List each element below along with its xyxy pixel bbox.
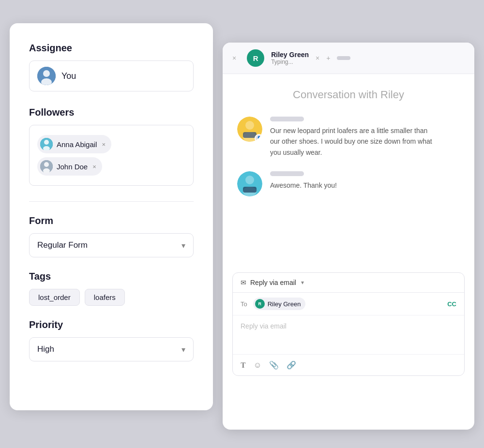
priority-chevron-icon: ▾ [182,345,185,354]
add-tab-button[interactable]: + [326,54,330,62]
svg-point-7 [44,162,49,167]
cc-button[interactable]: CC [447,300,456,308]
riley-avatar: R [247,49,264,67]
john-name: John Doe [57,163,88,171]
form-dropdown[interactable]: Regular Form ▾ [29,233,194,257]
sender2-avatar [237,171,262,196]
name-placeholder-1 [270,117,304,121]
chat-header-actions: × + [316,54,350,62]
anna-avatar [40,138,53,150]
john-avatar [40,160,53,173]
form-section: Form Regular Form ▾ [29,215,194,257]
anna-name: Anna Abigail [57,140,97,149]
reply-toolbar: 𝐓 ☺ 📎 🔗 [233,354,464,375]
svg-point-10 [245,121,254,130]
tags-label: Tags [29,271,194,282]
emoji-icon[interactable]: ☺ [254,361,261,370]
assignee-section: Assignee You [29,43,194,91]
to-label: To [241,300,247,308]
divider [29,201,194,202]
sender1-avatar: 👤 [237,117,262,142]
text-format-icon[interactable]: 𝐓 [241,361,246,370]
tag-lost-order[interactable]: lost_order [29,289,80,306]
email-icon: ✉ [241,279,246,286]
form-chevron-icon: ▾ [182,241,185,250]
reply-via-email-label: Reply via email [250,279,296,286]
name-placeholder-2 [270,171,304,176]
followers-label: Followers [29,107,194,118]
riley-recipient-tag[interactable]: R Riley Green [253,298,306,310]
reply-header: ✉ Reply via email ▾ [233,273,464,293]
right-panel: × R Riley Green Typing... × + Conversati… [223,43,474,430]
attachment-icon[interactable]: 📎 [269,360,279,370]
msg-content-1: Our new leopard print loafers are a litt… [270,117,460,158]
minimize-button[interactable] [337,56,350,60]
avatar [37,67,56,85]
conversation-title: Conversation with Riley [237,89,460,101]
chat-header-info: Riley Green Typing... [271,51,309,65]
form-label: Form [29,215,194,226]
contact-name: Riley Green [271,51,309,59]
close-tab-button[interactable]: × [232,54,236,62]
tags-section: Tags lost_order loafers [29,271,194,306]
form-value: Regular Form [37,240,88,250]
chat-header: × R Riley Green Typing... × + [223,43,474,74]
assignee-name: You [61,71,76,81]
priority-section: Priority High ▾ [29,319,194,361]
remove-anna-button[interactable]: × [102,141,106,148]
reply-chevron-icon[interactable]: ▾ [301,279,304,286]
assignee-box[interactable]: You [29,60,194,91]
msg-text-2: Awesome. Thank you! [270,180,435,191]
reply-input[interactable]: Reply via email [233,315,464,354]
svg-point-1 [43,70,50,77]
tags-container: lost_order loafers [29,289,194,306]
typing-status: Typing... [271,59,309,65]
close-chat-button[interactable]: × [316,54,319,62]
followers-box: Anna Abigail × John Doe × [29,125,194,186]
link-icon[interactable]: 🔗 [287,360,296,370]
reply-to-row: To R Riley Green CC [233,293,464,315]
svg-point-4 [44,140,49,145]
message-row-1: 👤 Our new leopard print loafers are a li… [237,117,460,158]
left-panel: Assignee You Followers [10,23,213,410]
priority-dropdown[interactable]: High ▾ [29,337,194,361]
follower-john: John Doe × [37,157,102,176]
message-row-2: Awesome. Thank you! [237,171,460,196]
reply-placeholder: Reply via email [241,322,287,330]
msg-text-1: Our new leopard print loafers are a litt… [270,125,435,158]
priority-label: Priority [29,319,194,330]
assignee-label: Assignee [29,43,194,54]
chat-body: Conversation with Riley 👤 Our new leopa [223,74,474,268]
riley-tag-avatar: R [255,299,265,309]
tag-loafers[interactable]: loafers [85,289,125,306]
reply-box: ✉ Reply via email ▾ To R Riley Green CC … [232,272,465,376]
agent-badge: 👤 [255,134,262,142]
followers-section: Followers Anna Abigail × [29,107,194,186]
follower-anna: Anna Abigail × [37,135,111,153]
remove-john-button[interactable]: × [92,163,96,170]
priority-value: High [37,344,54,354]
svg-point-14 [245,176,254,184]
svg-rect-16 [243,187,257,193]
msg-content-2: Awesome. Thank you! [270,171,460,191]
riley-recipient-name: Riley Green [268,300,301,308]
